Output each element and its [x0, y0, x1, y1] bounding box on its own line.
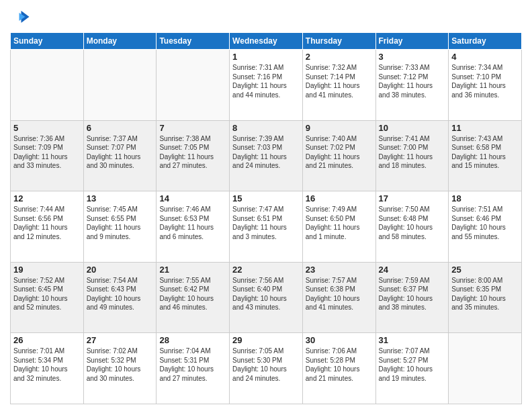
cell-text: Sunrise: 7:59 AMSunset: 6:37 PMDaylight:…: [379, 276, 446, 312]
calendar-cell: 17Sunrise: 7:50 AMSunset: 6:48 PMDayligh…: [375, 191, 449, 263]
calendar-body: 1Sunrise: 7:31 AMSunset: 7:16 PMDaylight…: [11, 50, 522, 404]
calendar-cell: 24Sunrise: 7:59 AMSunset: 6:37 PMDayligh…: [375, 262, 449, 333]
day-number: 28: [159, 335, 226, 345]
calendar-cell: 15Sunrise: 7:47 AMSunset: 6:51 PMDayligh…: [230, 191, 303, 263]
calendar-cell: 8Sunrise: 7:39 AMSunset: 7:03 PMDaylight…: [230, 120, 303, 191]
calendar-cell: 10Sunrise: 7:41 AMSunset: 7:00 PMDayligh…: [375, 120, 449, 191]
day-number: 1: [232, 52, 300, 62]
day-number: 9: [306, 123, 373, 133]
cell-text: Sunrise: 7:52 AMSunset: 6:45 PMDaylight:…: [13, 276, 81, 312]
logo: [10, 7, 33, 27]
day-number: 7: [159, 123, 226, 133]
cell-text: Sunrise: 7:47 AMSunset: 6:51 PMDaylight:…: [232, 205, 300, 241]
cell-text: Sunrise: 7:44 AMSunset: 6:56 PMDaylight:…: [13, 205, 81, 241]
week-row-5: 26Sunrise: 7:01 AMSunset: 5:34 PMDayligh…: [11, 333, 522, 404]
day-header-sunday: Sunday: [11, 33, 84, 50]
cell-text: Sunrise: 7:02 AMSunset: 5:32 PMDaylight:…: [87, 347, 154, 383]
day-number: 29: [232, 335, 300, 345]
calendar-cell: 16Sunrise: 7:49 AMSunset: 6:50 PMDayligh…: [302, 191, 375, 263]
day-number: 19: [13, 265, 81, 275]
day-header-tuesday: Tuesday: [157, 33, 230, 50]
day-header-thursday: Thursday: [302, 33, 375, 50]
calendar-cell: 1Sunrise: 7:31 AMSunset: 7:16 PMDaylight…: [230, 50, 303, 121]
calendar-cell: 21Sunrise: 7:55 AMSunset: 6:42 PMDayligh…: [157, 262, 230, 333]
cell-text: Sunrise: 7:55 AMSunset: 6:42 PMDaylight:…: [159, 276, 226, 312]
calendar-cell: 9Sunrise: 7:40 AMSunset: 7:02 PMDaylight…: [302, 120, 375, 191]
day-number: 15: [232, 193, 300, 203]
calendar-cell: 12Sunrise: 7:44 AMSunset: 6:56 PMDayligh…: [11, 191, 84, 263]
calendar-cell: [83, 50, 157, 121]
calendar-cell: 31Sunrise: 7:07 AMSunset: 5:27 PMDayligh…: [375, 333, 449, 404]
calendar-cell: [11, 50, 84, 121]
cell-text: Sunrise: 7:38 AMSunset: 7:05 PMDaylight:…: [159, 134, 226, 171]
day-number: 24: [379, 265, 446, 275]
day-number: 4: [451, 52, 519, 62]
day-number: 30: [306, 335, 373, 345]
calendar-cell: 29Sunrise: 7:05 AMSunset: 5:30 PMDayligh…: [230, 333, 303, 404]
cell-text: Sunrise: 7:31 AMSunset: 7:16 PMDaylight:…: [232, 63, 300, 99]
cell-text: Sunrise: 8:00 AMSunset: 6:35 PMDaylight:…: [451, 276, 519, 312]
cell-text: Sunrise: 7:37 AMSunset: 7:07 PMDaylight:…: [87, 134, 154, 171]
calendar-cell: 22Sunrise: 7:56 AMSunset: 6:40 PMDayligh…: [230, 262, 303, 333]
calendar-cell: [449, 333, 522, 404]
week-row-1: 1Sunrise: 7:31 AMSunset: 7:16 PMDaylight…: [11, 50, 522, 121]
cell-text: Sunrise: 7:43 AMSunset: 6:58 PMDaylight:…: [451, 134, 519, 171]
cell-text: Sunrise: 7:04 AMSunset: 5:31 PMDaylight:…: [159, 347, 226, 383]
calendar-cell: 7Sunrise: 7:38 AMSunset: 7:05 PMDaylight…: [157, 120, 230, 191]
day-number: 25: [451, 265, 519, 275]
day-number: 8: [232, 123, 300, 133]
calendar-cell: 26Sunrise: 7:01 AMSunset: 5:34 PMDayligh…: [11, 333, 84, 404]
calendar-cell: 3Sunrise: 7:33 AMSunset: 7:12 PMDaylight…: [375, 50, 449, 121]
cell-text: Sunrise: 7:56 AMSunset: 6:40 PMDaylight:…: [232, 276, 300, 312]
cell-text: Sunrise: 7:36 AMSunset: 7:09 PMDaylight:…: [13, 134, 81, 171]
header: [10, 7, 522, 27]
day-number: 27: [87, 335, 154, 345]
day-number: 12: [13, 193, 81, 203]
calendar-header: SundayMondayTuesdayWednesdayThursdayFrid…: [11, 33, 522, 50]
calendar-cell: 28Sunrise: 7:04 AMSunset: 5:31 PMDayligh…: [157, 333, 230, 404]
calendar-cell: 20Sunrise: 7:54 AMSunset: 6:43 PMDayligh…: [83, 262, 157, 333]
calendar-cell: 6Sunrise: 7:37 AMSunset: 7:07 PMDaylight…: [83, 120, 157, 191]
day-number: 16: [306, 193, 373, 203]
day-header-monday: Monday: [83, 33, 157, 50]
calendar-cell: 13Sunrise: 7:45 AMSunset: 6:55 PMDayligh…: [83, 191, 157, 263]
calendar-cell: 14Sunrise: 7:46 AMSunset: 6:53 PMDayligh…: [157, 191, 230, 263]
cell-text: Sunrise: 7:51 AMSunset: 6:46 PMDaylight:…: [451, 205, 519, 241]
calendar-cell: 19Sunrise: 7:52 AMSunset: 6:45 PMDayligh…: [11, 262, 84, 333]
cell-text: Sunrise: 7:45 AMSunset: 6:55 PMDaylight:…: [87, 205, 154, 241]
day-number: 31: [379, 335, 446, 345]
day-number: 20: [87, 265, 154, 275]
day-number: 2: [306, 52, 373, 62]
day-header-friday: Friday: [375, 33, 449, 50]
calendar-table: SundayMondayTuesdayWednesdayThursdayFrid…: [10, 32, 522, 404]
cell-text: Sunrise: 7:32 AMSunset: 7:14 PMDaylight:…: [306, 63, 373, 99]
calendar-cell: [157, 50, 230, 121]
calendar-cell: 18Sunrise: 7:51 AMSunset: 6:46 PMDayligh…: [449, 191, 522, 263]
header-row: SundayMondayTuesdayWednesdayThursdayFrid…: [11, 33, 522, 50]
calendar-cell: 4Sunrise: 7:34 AMSunset: 7:10 PMDaylight…: [449, 50, 522, 121]
cell-text: Sunrise: 7:07 AMSunset: 5:27 PMDaylight:…: [379, 347, 446, 383]
cell-text: Sunrise: 7:40 AMSunset: 7:02 PMDaylight:…: [306, 134, 373, 171]
day-number: 11: [451, 123, 519, 133]
cell-text: Sunrise: 7:41 AMSunset: 7:00 PMDaylight:…: [379, 134, 446, 171]
cell-text: Sunrise: 7:05 AMSunset: 5:30 PMDaylight:…: [232, 347, 300, 383]
day-number: 14: [159, 193, 226, 203]
day-number: 3: [379, 52, 446, 62]
calendar-cell: 11Sunrise: 7:43 AMSunset: 6:58 PMDayligh…: [449, 120, 522, 191]
week-row-4: 19Sunrise: 7:52 AMSunset: 6:45 PMDayligh…: [11, 262, 522, 333]
calendar-cell: 2Sunrise: 7:32 AMSunset: 7:14 PMDaylight…: [302, 50, 375, 121]
cell-text: Sunrise: 7:34 AMSunset: 7:10 PMDaylight:…: [451, 63, 519, 99]
calendar-cell: 5Sunrise: 7:36 AMSunset: 7:09 PMDaylight…: [11, 120, 84, 191]
day-number: 23: [306, 265, 373, 275]
calendar-cell: 27Sunrise: 7:02 AMSunset: 5:32 PMDayligh…: [83, 333, 157, 404]
day-number: 13: [87, 193, 154, 203]
cell-text: Sunrise: 7:01 AMSunset: 5:34 PMDaylight:…: [13, 347, 81, 383]
cell-text: Sunrise: 7:06 AMSunset: 5:28 PMDaylight:…: [306, 347, 373, 383]
day-number: 17: [379, 193, 446, 203]
day-header-saturday: Saturday: [449, 33, 522, 50]
page: SundayMondayTuesdayWednesdayThursdayFrid…: [0, 0, 532, 411]
week-row-2: 5Sunrise: 7:36 AMSunset: 7:09 PMDaylight…: [11, 120, 522, 191]
day-number: 6: [87, 123, 154, 133]
calendar-cell: 23Sunrise: 7:57 AMSunset: 6:38 PMDayligh…: [302, 262, 375, 333]
cell-text: Sunrise: 7:33 AMSunset: 7:12 PMDaylight:…: [379, 63, 446, 99]
